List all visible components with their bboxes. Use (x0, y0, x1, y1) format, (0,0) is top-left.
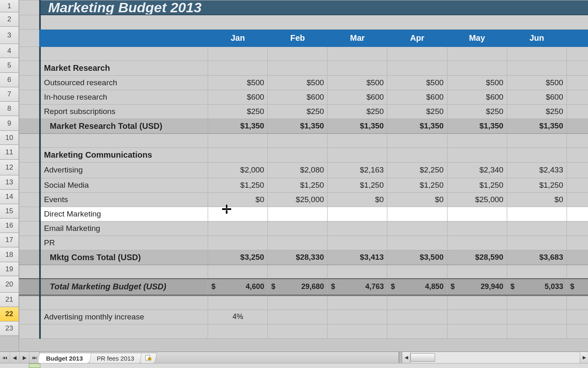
col-header-apr[interactable]: Apr (387, 29, 447, 47)
cell[interactable] (567, 324, 588, 338)
cell[interactable] (19, 104, 40, 119)
cell[interactable] (447, 207, 507, 221)
cell[interactable] (19, 29, 40, 47)
cell[interactable] (507, 235, 567, 250)
cell[interactable]: $500 (447, 75, 507, 90)
cell[interactable] (328, 61, 387, 75)
cell[interactable]: $2,000 (208, 162, 268, 178)
cell[interactable]: $250 (208, 104, 268, 119)
cell[interactable] (507, 324, 567, 338)
cell[interactable] (507, 61, 567, 75)
cell[interactable]: $0 (387, 192, 447, 207)
cell[interactable] (268, 324, 328, 338)
active-cell[interactable] (208, 207, 268, 221)
cell[interactable] (567, 310, 588, 324)
cell[interactable]: $1,350 (507, 119, 567, 133)
cell[interactable] (328, 265, 387, 279)
cell[interactable] (447, 310, 507, 324)
cell[interactable]: $600 (387, 90, 447, 104)
cell[interactable] (567, 61, 588, 75)
cell[interactable]: $2,433 (507, 162, 567, 178)
cell[interactable] (208, 147, 268, 162)
cell[interactable] (567, 47, 588, 61)
cell[interactable] (268, 207, 328, 221)
cell[interactable]: $500 (268, 75, 328, 90)
cell[interactable] (567, 265, 588, 279)
cell[interactable]: $1,350 (387, 119, 447, 133)
cell[interactable] (328, 47, 387, 61)
cell[interactable] (40, 47, 208, 61)
cell[interactable]: $0 (507, 192, 567, 207)
cell[interactable]: $600 (447, 90, 507, 104)
cell[interactable] (268, 61, 328, 75)
cell[interactable] (507, 310, 567, 324)
cell[interactable]: $500 (567, 75, 588, 90)
cell[interactable] (268, 221, 328, 235)
cell[interactable] (328, 310, 387, 324)
cell[interactable]: $29,940 (447, 279, 507, 295)
cell[interactable] (328, 235, 387, 250)
cell[interactable]: $250 (447, 104, 507, 119)
sheet-title[interactable]: Marketing Budget 2013 (40, 0, 588, 15)
cell[interactable] (268, 295, 328, 310)
cell[interactable] (328, 221, 387, 235)
cell[interactable] (40, 324, 208, 338)
cell[interactable] (19, 279, 40, 295)
cell[interactable] (40, 265, 208, 279)
row-label-grand-total[interactable]: Total Marketing Budget (USD) (40, 279, 208, 295)
cell[interactable] (387, 207, 447, 221)
cell[interactable] (387, 235, 447, 250)
cell[interactable] (447, 221, 507, 235)
cell[interactable]: $1,350 (328, 119, 387, 133)
cell[interactable]: $1,350 (208, 119, 268, 133)
cell[interactable]: $500 (507, 75, 567, 90)
cell[interactable]: $1,250 (328, 178, 387, 192)
cell[interactable]: $250 (328, 104, 387, 119)
cell[interactable]: $1,250 (507, 178, 567, 192)
col-header-may[interactable]: May (447, 29, 507, 47)
cell[interactable] (19, 119, 40, 133)
cell[interactable]: $2,250 (387, 162, 447, 178)
sheet-tab-budget-2013[interactable]: Budget 2013 (37, 353, 92, 363)
cell[interactable] (19, 90, 40, 104)
cell[interactable]: $28,590 (447, 250, 507, 265)
col-header-jul[interactable]: Jul (567, 29, 588, 47)
cell[interactable] (19, 324, 40, 338)
cell[interactable]: $250 (567, 104, 588, 119)
cell[interactable] (208, 133, 268, 147)
cell[interactable] (567, 221, 588, 235)
cell[interactable] (19, 133, 40, 147)
cell[interactable]: $25,000 (268, 192, 328, 207)
cell[interactable]: $4,850 (387, 279, 447, 295)
cell[interactable] (268, 133, 328, 147)
cell[interactable] (387, 61, 447, 75)
cell[interactable]: $1,250 (208, 178, 268, 192)
cell[interactable]: $3,683 (507, 250, 567, 265)
cell[interactable] (567, 235, 588, 250)
row-header-9[interactable]: 9 (0, 116, 19, 131)
cell[interactable] (507, 265, 567, 279)
cell[interactable]: $250 (387, 104, 447, 119)
row-header-20[interactable]: 20 (0, 276, 19, 293)
cell[interactable]: $1,350 (447, 119, 507, 133)
cell[interactable]: $4,600 (208, 279, 268, 295)
cell[interactable]: $28,330 (268, 250, 328, 265)
cell[interactable]: $500 (208, 75, 268, 90)
row-header-10[interactable]: 10 (0, 131, 19, 145)
cell[interactable] (19, 15, 40, 29)
cell[interactable] (208, 221, 268, 235)
cell[interactable] (447, 265, 507, 279)
cell[interactable]: $29,680 (268, 279, 328, 295)
cell[interactable] (387, 324, 447, 338)
cell[interactable]: $3,250 (208, 250, 268, 265)
col-header-mar[interactable]: Mar (328, 29, 387, 47)
row-label-email-marketing[interactable]: Email Marketing (40, 221, 208, 235)
row-label-direct-marketing[interactable]: Direct Marketing (40, 207, 208, 221)
cell[interactable]: $1,250 (447, 178, 507, 192)
cell[interactable] (567, 147, 588, 162)
cell[interactable] (387, 295, 447, 310)
row-header-4[interactable]: 4 (0, 44, 19, 58)
cell[interactable] (208, 295, 268, 310)
row-header-11[interactable]: 11 (0, 145, 19, 160)
hscroll-track[interactable] (410, 352, 580, 363)
